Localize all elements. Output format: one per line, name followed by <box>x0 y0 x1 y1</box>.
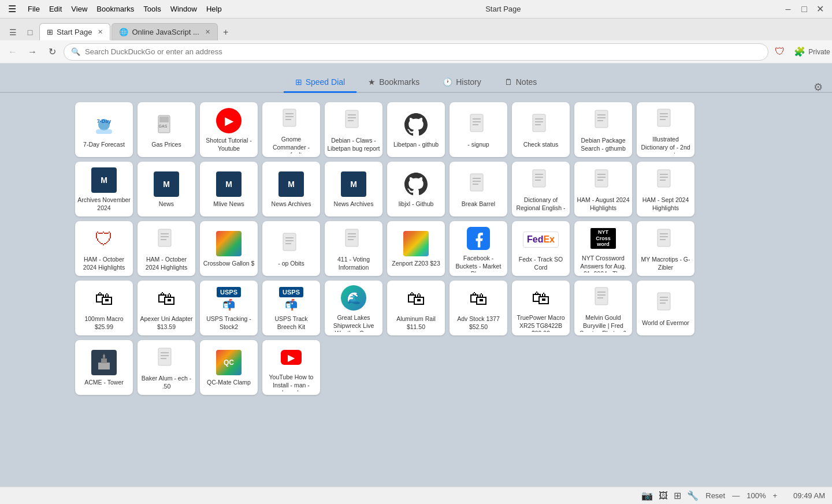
dial-melvin-gould[interactable]: Melvin Gould Buryville | Fred Scruton Ph… <box>574 281 632 335</box>
menu-window[interactable]: Window <box>167 3 200 14</box>
aluminum-rail-icon: 🛍 <box>402 285 430 313</box>
image-icon[interactable]: 🖼 <box>659 491 668 501</box>
dial-zenport[interactable]: Zenport Z203 $23 <box>387 221 445 276</box>
tab-history[interactable]: 🕐 History <box>431 73 493 93</box>
minimize-button[interactable]: – <box>781 2 795 16</box>
mlive-news-icon: M <box>215 170 243 198</box>
dial-mlive-news[interactable]: M Mlive News <box>200 162 258 216</box>
dial-ham-oct[interactable]: 🛡 HAM - October 2024 Highlights <box>75 221 133 276</box>
settings-gear-icon[interactable]: ⚙ <box>814 81 823 94</box>
dial-break-barrel[interactable]: Break Barrel <box>450 162 507 216</box>
tab-js-label: Online JavaScript ... <box>132 28 199 36</box>
dial-ham-aug[interactable]: HAM - August 2024 Highlights <box>574 162 632 216</box>
dial-acme-tower[interactable]: ACME - Tower <box>75 340 133 395</box>
dial-signup[interactable]: - signup <box>450 102 507 157</box>
dial-world-evermor[interactable]: World of Evermor <box>637 281 694 335</box>
dial-illustrated-dict[interactable]: Illustrated Dictionary of - 2nd excerpt <box>637 102 694 157</box>
dial-gnome-commander[interactable]: Gnome Commander - segfault <box>262 102 320 157</box>
dial-macrotips[interactable]: MY Macrotips - G- Zibler <box>637 221 694 276</box>
menu-file[interactable]: File <box>24 3 43 14</box>
dial-libjxl[interactable]: libjxl - Github <box>387 162 445 216</box>
wrench-icon[interactable]: 🔧 <box>687 490 699 501</box>
dial-debian-claws[interactable]: Debian - Claws - Libetpan bug report <box>325 102 382 157</box>
dial-usps-tracking[interactable]: USPS 📬 USPS Tracking - Stock2 <box>200 281 258 335</box>
dial-debian-pkg[interactable]: Debian Package Search - gthumb <box>574 102 632 157</box>
dial-news-archives-2[interactable]: M News Archives <box>325 162 382 216</box>
dial-forecast[interactable]: 7-Day 7-Day Forecast <box>75 102 133 157</box>
search-input[interactable] <box>85 47 761 56</box>
camera-icon[interactable]: 📷 <box>641 490 653 501</box>
dial-apexer[interactable]: 🛍 Apexer Uni Adapter $13.59 <box>138 281 195 335</box>
zenport-icon <box>402 230 430 257</box>
grid-icon[interactable]: ⊞ <box>674 490 681 501</box>
dial-check-status[interactable]: Check status <box>512 102 570 157</box>
menu-view[interactable]: View <box>68 3 91 14</box>
reload-button[interactable]: ↻ <box>44 44 60 60</box>
tab-start-page[interactable]: ⊞ Start Page ✕ <box>39 23 110 40</box>
menu-help[interactable]: Help <box>203 3 225 14</box>
dial-gas-prices[interactable]: GAS Gas Prices <box>138 102 195 157</box>
dial-archives-nov[interactable]: M Archives November 2024 <box>75 162 133 216</box>
extensions-icon[interactable]: 🧩 <box>792 44 808 60</box>
dial-dict-regional[interactable]: Dictionary of Regional English - <box>512 162 570 216</box>
dial-news[interactable]: M News <box>138 162 195 216</box>
svg-rect-54 <box>346 229 358 247</box>
dial-facebook[interactable]: Facebook - Buckets - Market Place <box>450 221 507 276</box>
bookmarks-star-icon: ★ <box>368 77 376 87</box>
voting-label: 411 - Voting Information <box>327 256 380 271</box>
dial-aluminum-rail[interactable]: 🛍 Aluminum Rail $11.50 <box>387 281 445 335</box>
dial-libetpan-github[interactable]: Libetpan - github <box>387 102 445 157</box>
tab-start-close[interactable]: ✕ <box>98 28 103 36</box>
menu-edit[interactable]: Edit <box>46 3 65 14</box>
dial-ham-oct-2[interactable]: HAM - October 2024 Highlights <box>138 221 195 276</box>
svg-rect-63 <box>595 288 608 305</box>
menu-bookmarks[interactable]: Bookmarks <box>93 3 138 14</box>
forward-button[interactable]: → <box>24 44 40 60</box>
dial-qc-mate[interactable]: QC QC-Mate Clamp <box>200 340 258 395</box>
dial-news-archives[interactable]: M News Archives <box>262 162 320 216</box>
dial-youtube-install[interactable]: ▶ YouTube How to Install - man - breech <box>262 340 320 395</box>
sidebar-toggle-icon[interactable]: ☰ <box>5 24 21 40</box>
gas-prices-label: Gas Prices <box>151 141 181 149</box>
brave-shield-icon[interactable]: 🛡 <box>772 44 788 60</box>
dial-ham-sept[interactable]: HAM - Sept 2024 Highlights <box>637 162 694 216</box>
new-tab-button[interactable]: + <box>219 25 233 39</box>
news-archives-2-icon: M <box>340 170 367 198</box>
zoom-separator: — <box>732 491 740 500</box>
workspace-icon[interactable]: □ <box>22 24 38 40</box>
apexer-icon: 🛍 <box>153 285 180 313</box>
dial-100mm-macro[interactable]: 🛍 100mm Macro $25.99 <box>75 281 133 335</box>
voting-icon <box>340 226 367 253</box>
dial-crossbow[interactable]: Crossbow Gallon $ <box>200 221 258 276</box>
100mm-macro-icon: 🛍 <box>90 285 118 313</box>
usps-tracking-icon: USPS 📬 <box>215 285 243 313</box>
speed-dial-label: Speed Dial <box>306 77 346 87</box>
tab-js-close[interactable]: ✕ <box>205 28 210 36</box>
address-search-box[interactable]: 🔍 <box>64 43 768 61</box>
dial-adv-stock[interactable]: 🛍 Adv Stock 1377 $52.50 <box>450 281 507 335</box>
zoom-plus-icon[interactable]: + <box>772 491 777 500</box>
tab-javascript[interactable]: 🌐 Online JavaScript ... ✕ <box>112 23 217 40</box>
nav-tabs: ⊞ Speed Dial ★ Bookmarks 🕐 History 🗒 Not… <box>0 73 832 93</box>
dial-truemacro[interactable]: 🛍 TruePower Macro XR25 TG8422B $99.99 <box>512 281 570 335</box>
dial-baker-alum[interactable]: Baker Alum - ech - .50 <box>138 340 195 395</box>
menu-tools[interactable]: Tools <box>140 3 164 14</box>
close-button[interactable]: ✕ <box>814 2 827 16</box>
hamburger-menu[interactable]: ☰ <box>5 2 20 16</box>
menu-items: File Edit View Bookmarks Tools Window He… <box>24 3 225 14</box>
tab-notes[interactable]: 🗒 Notes <box>493 73 549 93</box>
dial-usps-track-breech[interactable]: USPS 📬 USPS Track Breech Kit <box>262 281 320 335</box>
dial-voting[interactable]: 411 - Voting Information <box>325 221 382 276</box>
dial-op-obits[interactable]: - op Obits <box>262 221 320 276</box>
reset-label[interactable]: Reset <box>705 491 725 500</box>
dial-shotcut[interactable]: ▶ Shotcut Tutorial - Youtube <box>200 102 258 157</box>
back-button[interactable]: ← <box>5 44 21 60</box>
zenport-label: Zenport Z203 $23 <box>392 260 440 268</box>
tab-bookmarks[interactable]: ★ Bookmarks <box>356 73 431 93</box>
gas-prices-icon: GAS <box>153 111 180 139</box>
dial-fedex[interactable]: FedEx Fedx - Track SO Cord <box>512 221 570 276</box>
dial-nyt[interactable]: NYTCrossword NYT Crossword Answers for A… <box>574 221 632 276</box>
maximize-button[interactable]: □ <box>797 2 811 16</box>
dial-gl-shipwreck[interactable]: 🌊 Great Lakes Shipwreck Live Weather Cam <box>325 281 382 335</box>
tab-speed-dial[interactable]: ⊞ Speed Dial <box>284 73 357 93</box>
